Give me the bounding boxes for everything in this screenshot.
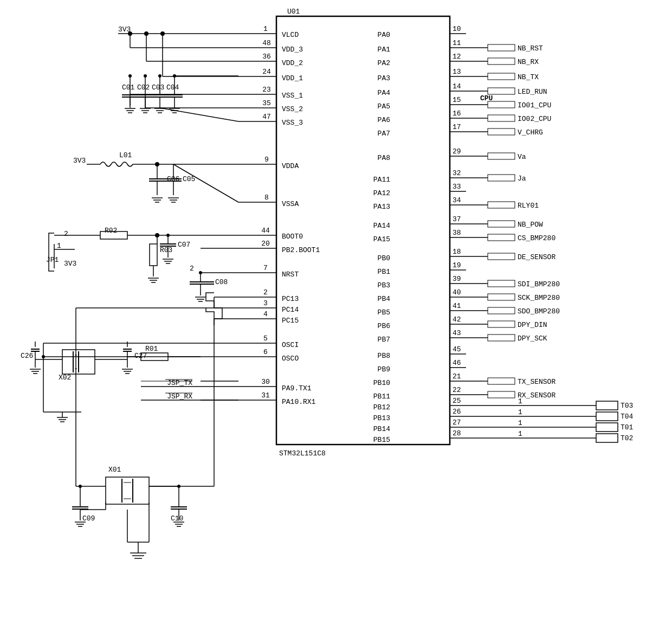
pin21-num: 21 xyxy=(453,372,461,381)
pin12-num: 12 xyxy=(453,53,461,61)
pin44-num: 44 xyxy=(261,227,270,235)
junction-c10 xyxy=(177,485,180,488)
ja-label: Ja xyxy=(518,175,526,183)
cs-bmp280-label: CS_BMP280 xyxy=(518,234,555,242)
pin25-t03: 1 xyxy=(518,397,522,406)
sdi-bmp280-label: SDI_BMP280 xyxy=(518,280,560,288)
io02-cpu-label: IO02_CPU xyxy=(518,115,551,123)
pin-pb2boot1-label: PB2.BOOT1 xyxy=(282,246,320,254)
pin7-num: 7 xyxy=(263,264,268,272)
r03-symbol xyxy=(150,244,157,266)
port-pa8: PA8 xyxy=(378,154,390,162)
c10-label: C10 xyxy=(171,514,183,523)
pin46-num: 46 xyxy=(453,359,461,367)
junction-1 xyxy=(128,31,132,36)
port-pb8: PB8 xyxy=(378,352,390,360)
pin8-num: 8 xyxy=(264,194,269,202)
svg-line-117 xyxy=(160,108,238,121)
svg-rect-42 xyxy=(488,202,515,208)
pin-vss2-label: VSS_2 xyxy=(282,105,303,113)
jp1-label: JP1 xyxy=(46,256,59,264)
v-chrg-label: V_CHRG xyxy=(518,128,543,137)
pin-pc15-label: PC15 xyxy=(282,317,299,325)
pin13-num: 13 xyxy=(453,68,461,76)
pin28-t02: 1 xyxy=(518,430,522,438)
pin45-num: 45 xyxy=(453,345,461,353)
c08-pin2: 2 xyxy=(190,265,194,273)
svg-rect-53 xyxy=(488,294,515,300)
rly01-label: RLY01 xyxy=(518,202,539,210)
svg-rect-23 xyxy=(488,44,515,51)
svg-rect-37 xyxy=(488,153,515,159)
l01-symbol xyxy=(100,162,133,166)
pin24-num: 24 xyxy=(262,68,271,76)
svg-rect-39 xyxy=(488,175,515,181)
pin17-num: 17 xyxy=(453,123,461,131)
pin4-num: 4 xyxy=(263,310,268,318)
x01-label: X01 xyxy=(108,466,121,474)
port-pa1: PA1 xyxy=(378,46,391,54)
port-pb12: PB12 xyxy=(373,403,390,411)
pin-vss1-label: VSS_1 xyxy=(282,92,303,100)
port-pa13: PA13 xyxy=(373,203,390,211)
r02-label: R02 xyxy=(105,227,117,235)
junction-c07 xyxy=(166,234,170,237)
pin19-num: 19 xyxy=(453,261,461,269)
t03-label: T03 xyxy=(621,402,633,410)
pin2-jp1: 2 xyxy=(64,230,68,238)
ic-part-name: STM32L151C8 xyxy=(279,449,326,458)
c04-label: C04 xyxy=(166,83,179,92)
port-pa15: PA15 xyxy=(373,235,390,243)
port-pb1: PB1 xyxy=(378,268,391,276)
port-pa7: PA7 xyxy=(378,130,390,138)
c09-label: C09 xyxy=(82,514,95,523)
port-pb13: PB13 xyxy=(373,414,390,422)
svg-rect-46 xyxy=(488,234,515,241)
junction-c02 xyxy=(144,74,147,78)
pin11-num: 11 xyxy=(453,39,461,47)
jsp-rx-label: JSP_RX xyxy=(167,393,192,401)
svg-rect-59 xyxy=(488,334,515,341)
c03-label: C03 xyxy=(152,83,164,92)
pin-pc14-label: PC14 xyxy=(282,306,299,314)
pin25-num: 25 xyxy=(453,397,461,405)
pin40-num: 40 xyxy=(453,288,461,297)
svg-rect-57 xyxy=(488,321,515,327)
svg-rect-65 xyxy=(488,391,515,398)
pin-vdd3-label: VDD_3 xyxy=(282,46,303,54)
pin1-num: 1 xyxy=(263,25,268,33)
pin48-num: 48 xyxy=(262,39,271,47)
x02-label: X02 xyxy=(59,374,71,382)
svg-rect-63 xyxy=(488,378,515,384)
pin-pa9tx1-label: PA9.TX1 xyxy=(282,384,312,393)
pin27-t01: 1 xyxy=(518,419,522,427)
sdo-bmp280-label: SDO_BMP280 xyxy=(518,307,560,316)
junction-c03 xyxy=(158,74,161,78)
c02-label: C02 xyxy=(137,83,150,92)
pin6-num: 6 xyxy=(263,348,268,356)
3v3-boot-label: 3V3 xyxy=(64,260,76,268)
c26-label: C26 xyxy=(21,352,33,360)
dpy-sck-label: DPY_SCK xyxy=(518,334,547,343)
pin-nrst-label: NRST xyxy=(282,271,299,279)
nb-tx-label: NB_TX xyxy=(518,73,539,81)
port-pb0: PB0 xyxy=(378,254,390,262)
t01-label: T01 xyxy=(621,423,634,432)
nb-rx-label: NB_RX xyxy=(518,58,539,66)
t02-connector xyxy=(596,434,618,442)
port-pb11: PB11 xyxy=(373,393,390,401)
pin-osci-label: OSCI xyxy=(282,341,299,349)
led-run-label: LED_RUN xyxy=(518,88,547,96)
pin2-num: 2 xyxy=(263,288,268,297)
pin15-num: 15 xyxy=(453,96,461,104)
junction-2 xyxy=(144,31,148,36)
port-pa5: PA5 xyxy=(378,102,390,111)
de-sensor-label: DE_SENSOR xyxy=(518,253,555,261)
pin-vlcd-label: VLCD xyxy=(282,31,299,39)
r03-label: R03 xyxy=(160,246,172,254)
port-pa6: PA6 xyxy=(378,116,390,124)
pin-vdda-label: VDDA xyxy=(282,162,299,170)
pin26-num: 26 xyxy=(453,408,461,416)
pin3-num: 3 xyxy=(263,299,268,307)
port-pb9: PB9 xyxy=(378,365,390,374)
